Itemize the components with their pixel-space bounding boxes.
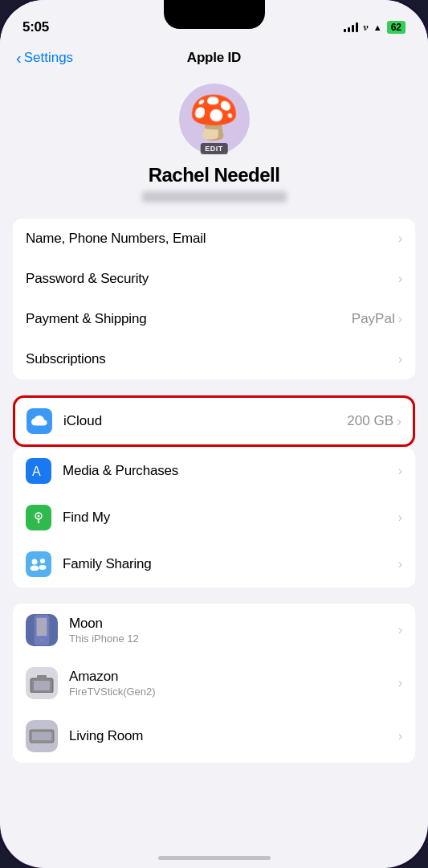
svg-point-3 <box>32 559 38 565</box>
chevron-right-icon: › <box>398 676 402 690</box>
account-settings-group: Name, Phone Numbers, Email › Password & … <box>13 219 415 379</box>
chevron-right-icon: › <box>398 231 402 246</box>
profile-email-blur <box>142 191 287 203</box>
sidebar-item-family-sharing[interactable]: Family Sharing › <box>13 541 415 588</box>
sidebar-item-living-room[interactable]: Living Room › <box>13 710 415 763</box>
profile-section: 🍄 EDIT Rachel Needell <box>0 71 428 219</box>
chevron-right-icon: › <box>398 510 402 525</box>
devices-group: Moon This iPhone 12 › <box>13 604 415 763</box>
edit-badge: EDIT <box>200 143 228 154</box>
phone-screen: 5:05 𝝂 ▲ 62 ‹ Settings <box>0 0 428 868</box>
chevron-right-icon: › <box>398 352 402 366</box>
svg-point-9 <box>40 638 44 642</box>
family-icon <box>26 551 51 577</box>
sidebar-item-icloud[interactable]: iCloud 200 GB › <box>13 395 415 447</box>
chevron-left-icon: ‹ <box>16 50 22 66</box>
find-my-label: Find My <box>63 510 110 526</box>
svg-rect-8 <box>37 618 47 636</box>
status-icons: 𝝂 ▲ 62 <box>344 21 406 34</box>
battery-icon: 62 <box>387 21 406 34</box>
living-room-label: Living Room <box>69 728 143 744</box>
appstore-icon: A <box>26 458 51 484</box>
svg-rect-11 <box>34 681 50 690</box>
nav-bar: ‹ Settings Apple ID <box>0 43 428 71</box>
avatar-emoji: 🍄 <box>188 96 240 138</box>
svg-text:A: A <box>32 465 41 478</box>
password-security-label: Password & Security <box>26 271 149 287</box>
status-time: 5:05 <box>22 19 49 35</box>
svg-point-2 <box>38 515 40 518</box>
moon-device-icon <box>26 614 58 646</box>
svg-point-6 <box>39 565 47 570</box>
amazon-device-label: Amazon <box>69 669 156 685</box>
profile-name: Rachel Needell <box>149 164 280 186</box>
signal-bars-icon <box>344 23 358 32</box>
chevron-right-icon: › <box>398 464 402 478</box>
payment-value: PayPal <box>352 311 395 327</box>
chevron-right-icon: › <box>398 623 402 637</box>
icloud-row-wrapper: iCloud 200 GB › <box>13 395 415 447</box>
home-indicator <box>158 856 271 860</box>
wifi-symbol-icon: ▲ <box>373 23 382 32</box>
family-sharing-label: Family Sharing <box>63 556 152 572</box>
sidebar-item-name-phone[interactable]: Name, Phone Numbers, Email › <box>13 219 415 259</box>
svg-point-5 <box>31 566 39 571</box>
sidebar-item-subscriptions[interactable]: Subscriptions › <box>13 339 415 379</box>
page-title: Apple ID <box>187 50 241 66</box>
icloud-icon <box>26 408 52 434</box>
svg-rect-12 <box>37 675 47 679</box>
sidebar-item-payment-shipping[interactable]: Payment & Shipping PayPal › <box>13 299 415 339</box>
svg-rect-14 <box>32 732 51 740</box>
icloud-storage-value: 200 GB <box>347 413 393 429</box>
sidebar-item-moon[interactable]: Moon This iPhone 12 › <box>13 604 415 657</box>
amazon-device-icon <box>26 667 58 699</box>
chevron-right-icon: › <box>398 272 402 286</box>
wifi-icon: 𝝂 <box>363 21 369 34</box>
chevron-right-icon: › <box>398 557 402 571</box>
avatar-container[interactable]: 🍄 EDIT <box>179 84 250 154</box>
living-room-icon <box>26 720 58 752</box>
subscriptions-label: Subscriptions <box>26 351 105 367</box>
findmy-icon <box>26 505 51 530</box>
payment-shipping-label: Payment & Shipping <box>26 311 146 327</box>
scroll-content: 🍄 EDIT Rachel Needell Name, Phone Number… <box>0 71 428 855</box>
svg-point-4 <box>40 559 45 563</box>
back-label: Settings <box>24 50 73 66</box>
chevron-right-icon: › <box>398 729 402 743</box>
moon-device-label: Moon <box>69 616 139 632</box>
moon-device-sublabel: This iPhone 12 <box>69 633 139 645</box>
name-phone-label: Name, Phone Numbers, Email <box>26 231 206 247</box>
services-group: A Media & Purchases › <box>13 448 415 588</box>
amazon-device-sublabel: FireTVStick(Gen2) <box>69 686 156 698</box>
chevron-right-icon: › <box>398 312 402 326</box>
sidebar-item-password-security[interactable]: Password & Security › <box>13 259 415 299</box>
back-button[interactable]: ‹ Settings <box>16 50 73 66</box>
sidebar-item-amazon[interactable]: Amazon FireTVStick(Gen2) › <box>13 657 415 710</box>
notch <box>164 0 265 29</box>
chevron-right-icon: › <box>397 413 402 430</box>
sidebar-item-find-my[interactable]: Find My › <box>13 494 415 541</box>
icloud-label: iCloud <box>63 413 102 429</box>
sidebar-item-media-purchases[interactable]: A Media & Purchases › <box>13 448 415 494</box>
media-purchases-label: Media & Purchases <box>63 463 178 479</box>
phone-frame: 5:05 𝝂 ▲ 62 ‹ Settings <box>0 0 428 868</box>
